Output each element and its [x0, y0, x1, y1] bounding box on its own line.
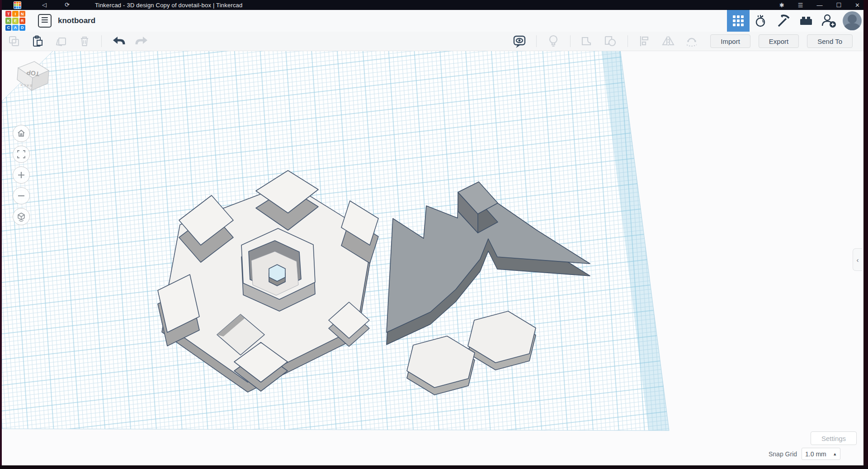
- delete-icon[interactable]: [78, 34, 91, 48]
- paste-icon[interactable]: [31, 34, 44, 48]
- fit-view-button[interactable]: [13, 146, 30, 163]
- invite-user-icon[interactable]: [817, 10, 840, 32]
- browser-titlebar: ◁ ⟳ Tinkercad - 3D design Copy of doveta…: [0, 0, 868, 10]
- view-cube[interactable]: TOP BACK: [12, 57, 55, 97]
- zoom-in-button[interactable]: [13, 166, 30, 184]
- expand-shapes-panel-tab[interactable]: ‹: [853, 248, 862, 271]
- design-title[interactable]: knotboard: [58, 16, 95, 25]
- redo-icon[interactable]: [135, 34, 149, 48]
- workplane-snap-icon[interactable]: [685, 34, 698, 48]
- minimize-button[interactable]: —: [816, 2, 822, 9]
- send-to-button[interactable]: Send To: [807, 34, 853, 48]
- bricks-icon[interactable]: [795, 10, 817, 32]
- menu-icon[interactable]: ☰: [798, 2, 803, 9]
- zoom-out-button[interactable]: [13, 187, 30, 204]
- tinkercad-logo[interactable]: T I N K E R C A D: [5, 11, 25, 31]
- align-icon[interactable]: [638, 34, 651, 48]
- sim-lab-icon[interactable]: [750, 10, 772, 32]
- snap-grid-label: Snap Grid: [769, 450, 797, 458]
- extensions-icon[interactable]: ✱: [779, 2, 784, 9]
- chevron-left-icon: ‹: [857, 256, 859, 264]
- app-navbar: T I N K E R C A D knotboard: [0, 10, 868, 32]
- tinkercad-window: ◁ ⟳ Tinkercad - 3D design Copy of doveta…: [0, 0, 868, 469]
- caret-up-icon: ▲: [833, 452, 837, 456]
- show-all-notes-icon[interactable]: [513, 34, 526, 48]
- snap-grid-dropdown[interactable]: 1.0 mm ▲: [802, 448, 840, 460]
- light-bulb-icon[interactable]: [547, 34, 560, 48]
- group-icon[interactable]: [580, 34, 594, 48]
- minecraft-pickaxe-icon[interactable]: [772, 10, 795, 32]
- perspective-toggle-button[interactable]: [13, 208, 30, 225]
- back-icon[interactable]: ◁: [42, 0, 47, 10]
- maximize-button[interactable]: ☐: [836, 2, 841, 9]
- 3d-viewport[interactable]: TOP BACK ‹: [0, 51, 868, 466]
- editor-toolbar: Import Export Send To: [0, 32, 868, 51]
- import-button[interactable]: Import: [710, 34, 750, 48]
- 3d-scene[interactable]: [0, 51, 868, 466]
- window-border-left: [0, 0, 2, 469]
- ungroup-icon[interactable]: [604, 34, 618, 48]
- snap-grid-value: 1.0 mm: [805, 450, 826, 458]
- mirror-icon[interactable]: [661, 34, 675, 48]
- window-border-bottom: [0, 465, 868, 469]
- design-properties-icon[interactable]: [38, 14, 52, 28]
- duplicate-icon[interactable]: [54, 34, 68, 48]
- export-button[interactable]: Export: [759, 34, 799, 48]
- home-view-button[interactable]: [13, 125, 30, 142]
- avatar[interactable]: [843, 11, 862, 30]
- close-button[interactable]: ✕: [855, 2, 860, 9]
- dashboard-grid-icon[interactable]: [727, 10, 750, 32]
- reload-icon[interactable]: ⟳: [65, 0, 70, 10]
- tinkercad-favicon: [14, 1, 21, 9]
- window-border-right: [863, 0, 868, 469]
- window-title: Tinkercad - 3D design Copy of dovetail-b…: [95, 2, 243, 9]
- undo-icon[interactable]: [112, 34, 125, 48]
- copy-icon[interactable]: [7, 34, 21, 48]
- settings-button[interactable]: Settings: [811, 431, 857, 445]
